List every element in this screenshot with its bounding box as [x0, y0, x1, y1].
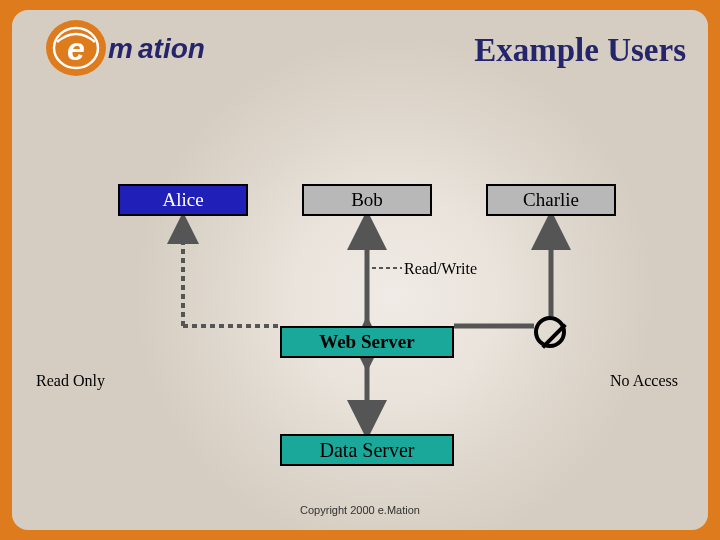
data-server: Data Server [280, 434, 454, 466]
slide-frame: e m ation Example Users [0, 0, 720, 540]
label-noaccess: No Access [610, 372, 678, 390]
web-server: Web Server [280, 326, 454, 358]
page-title: Example Users [474, 32, 686, 69]
slide-content: e m ation Example Users [12, 10, 708, 530]
user-alice: Alice [118, 184, 248, 216]
logo-text: ation [138, 33, 205, 64]
prohibited-icon [534, 316, 566, 348]
copyright-text: Copyright 2000 e.Mation [12, 504, 708, 516]
svg-text:m: m [108, 33, 133, 64]
emation-logo: e m ation [42, 18, 232, 80]
label-readwrite: Read/Write [404, 260, 477, 278]
label-readonly: Read Only [36, 372, 105, 390]
user-charlie: Charlie [486, 184, 616, 216]
user-bob: Bob [302, 184, 432, 216]
svg-text:e: e [67, 31, 85, 67]
